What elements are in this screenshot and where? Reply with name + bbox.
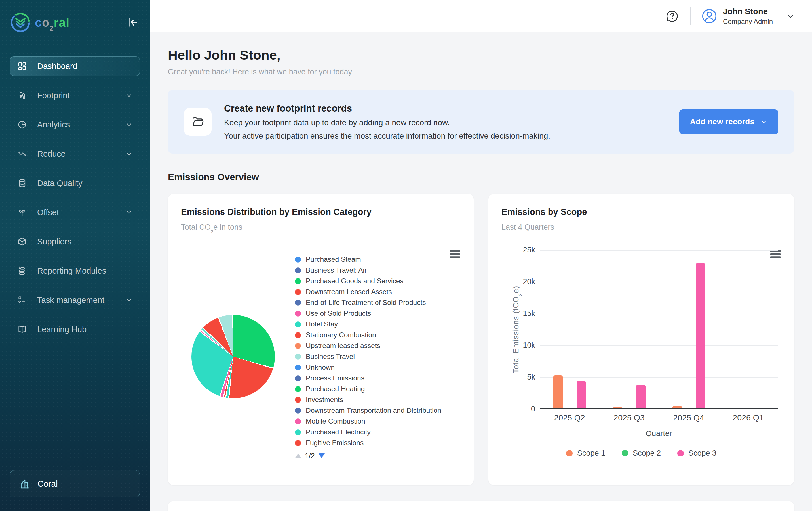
- sidebar-item-learning-hub[interactable]: Learning Hub: [10, 320, 140, 339]
- legend-label: Scope 3: [688, 449, 717, 458]
- chevron-down-icon: [125, 296, 133, 304]
- legend-page-down-icon[interactable]: [319, 453, 325, 458]
- legend-label: Downstream Leased Assets: [306, 288, 392, 296]
- y-tick-label: 10k: [501, 341, 535, 350]
- legend-item-purchased-goods-and-services[interactable]: Purchased Goods and Services: [295, 276, 441, 287]
- legend-item-business-travel[interactable]: Business Travel: [295, 351, 441, 362]
- legend-label: Scope 1: [577, 449, 605, 458]
- user-menu[interactable]: John Stone Company Admin: [701, 7, 795, 26]
- legend-dot: [295, 321, 301, 327]
- legend-pager: 1/2: [295, 452, 441, 460]
- legend-label: Investments: [306, 396, 343, 404]
- add-new-records-button[interactable]: Add new records: [679, 109, 778, 134]
- offset-icon: [17, 208, 27, 217]
- footprint-icon: [17, 90, 27, 100]
- bar-scope-1-2025-q4: [672, 406, 682, 408]
- legend-item-downstream-transportation-and-distribution[interactable]: Downstream Transportation and Distributi…: [295, 405, 441, 416]
- chart-menu-icon[interactable]: [449, 249, 461, 259]
- legend-label: Downstream Transportation and Distributi…: [306, 406, 441, 414]
- pie-legend: Purchased SteamBusiness Travel: AirPurch…: [295, 254, 441, 460]
- legend-label: Fugitive Emissions: [306, 439, 364, 447]
- legend-label: Unknown: [306, 364, 335, 371]
- sidebar-item-label: Task management: [37, 296, 105, 305]
- legend-item-investments[interactable]: Investments: [295, 394, 441, 405]
- legend-page-up-icon[interactable]: [295, 453, 301, 458]
- legend-item-unknown[interactable]: Unknown: [295, 362, 441, 373]
- legend-dot: [295, 375, 301, 381]
- x-tick-label: 2025 Q2: [540, 413, 599, 423]
- legend-item-stationary-combustion[interactable]: Stationary Combustion: [295, 330, 441, 340]
- legend-item-end-of-life-treatment-of-sold-products[interactable]: End-of-Life Treatment of Sold Products: [295, 297, 441, 308]
- legend-item-business-travel-air[interactable]: Business Travel: Air: [295, 265, 441, 276]
- legend-dot: [295, 365, 301, 371]
- legend-item-scope-3[interactable]: Scope 3: [677, 449, 717, 458]
- data-quality-icon: [17, 178, 27, 188]
- legend-dot: [295, 300, 301, 306]
- sidebar-item-reporting-modules[interactable]: Reporting Modules: [10, 261, 140, 280]
- legend-item-process-emissions[interactable]: Process Emissions: [295, 373, 441, 383]
- sidebar-item-label: Analytics: [37, 120, 70, 130]
- page-subtitle: Great you're back! Here is what we have …: [168, 68, 794, 76]
- charts-row: Emissions Distribution by Emission Categ…: [168, 194, 794, 485]
- y-tick-label: 0: [501, 405, 535, 413]
- coral-logo-text: co2ral: [35, 16, 69, 29]
- legend-item-use-of-sold-products[interactable]: Use of Sold Products: [295, 308, 441, 319]
- legend-item-hotel-stay[interactable]: Hotel Stay: [295, 319, 441, 330]
- legend-item-purchased-steam[interactable]: Purchased Steam: [295, 254, 441, 265]
- bar-scope-3-2025-q2: [577, 381, 586, 408]
- sidebar-item-task-management[interactable]: Task management: [10, 290, 140, 310]
- legend-label: Purchased Steam: [306, 255, 361, 264]
- banner-line-1: Keep your footprint data up to date by a…: [224, 118, 550, 127]
- legend-dot: [295, 311, 301, 317]
- main-area: John Stone Company Admin Hello John Ston…: [150, 0, 812, 511]
- sidebar-item-footprint[interactable]: Footprint: [10, 86, 140, 105]
- sidebar-item-data-quality[interactable]: Data Quality: [10, 173, 140, 193]
- legend-item-scope-2[interactable]: Scope 2: [622, 449, 661, 458]
- sidebar-item-offset[interactable]: Offset: [10, 203, 140, 222]
- legend-item-upstream-leased-assets[interactable]: Upstream leased assets: [295, 340, 441, 351]
- y-tick-label: 25k: [501, 246, 535, 254]
- reduce-icon: [17, 149, 27, 159]
- folder-open-icon: [191, 115, 204, 128]
- legend-item-downstream-leased-assets[interactable]: Downstream Leased Assets: [295, 287, 441, 297]
- legend-item-purchased-heating[interactable]: Purchased Heating: [295, 383, 441, 394]
- help-button[interactable]: [665, 9, 679, 23]
- legend-label: Purchased Goods and Services: [306, 277, 404, 285]
- sidebar-item-analytics[interactable]: Analytics: [10, 115, 140, 134]
- bar-plot-area: [540, 250, 778, 409]
- sidebar-item-dashboard[interactable]: Dashboard: [10, 56, 140, 76]
- legend-label: Stationary Combustion: [306, 331, 376, 339]
- bar-scope-3-2025-q4: [696, 263, 705, 408]
- x-tick-label: 2026 Q1: [718, 413, 778, 423]
- sidebar-item-reduce[interactable]: Reduce: [10, 144, 140, 163]
- x-axis-title: Quarter: [540, 429, 778, 438]
- legend-item-scope-1[interactable]: Scope 1: [566, 449, 605, 458]
- bar-scope-3-2025-q3: [636, 385, 645, 408]
- company-label: Coral: [37, 479, 58, 489]
- legend-label: Mobile Combustion: [306, 417, 365, 425]
- add-new-records-label: Add new records: [690, 117, 754, 126]
- company-selector[interactable]: Coral: [10, 470, 140, 497]
- legend-item-purchased-electricity[interactable]: Purchased Electricity: [295, 427, 441, 437]
- sidebar-item-label: Dashboard: [37, 62, 78, 71]
- legend-dot: [295, 343, 301, 349]
- avatar-icon: [701, 8, 717, 24]
- legend-dot: [295, 429, 301, 435]
- section-heading: Emissions Overview: [168, 172, 794, 183]
- help-icon: [665, 9, 679, 23]
- legend-item-fugitive-emissions[interactable]: Fugitive Emissions: [295, 437, 441, 448]
- legend-item-mobile-combustion[interactable]: Mobile Combustion: [295, 416, 441, 427]
- sidebar-collapse-button[interactable]: [126, 16, 140, 29]
- sidebar-nav: DashboardFootprintAnalyticsReduceData Qu…: [10, 56, 140, 470]
- bar-scope-1-2025-q3: [613, 407, 622, 408]
- bar-scope-1-2025-q2: [553, 375, 563, 408]
- legend-page-indicator: 1/2: [305, 452, 315, 460]
- legend-dot: [295, 386, 301, 392]
- y-tick-label: 15k: [501, 309, 535, 318]
- legend-dot: [295, 257, 301, 263]
- legend-dot: [295, 397, 301, 403]
- legend-label: Business Travel: [306, 353, 355, 360]
- sidebar: co2ral DashboardFootprintAnalyticsReduce…: [0, 0, 150, 511]
- legend-dot: [295, 408, 301, 413]
- sidebar-item-suppliers[interactable]: Suppliers: [10, 232, 140, 251]
